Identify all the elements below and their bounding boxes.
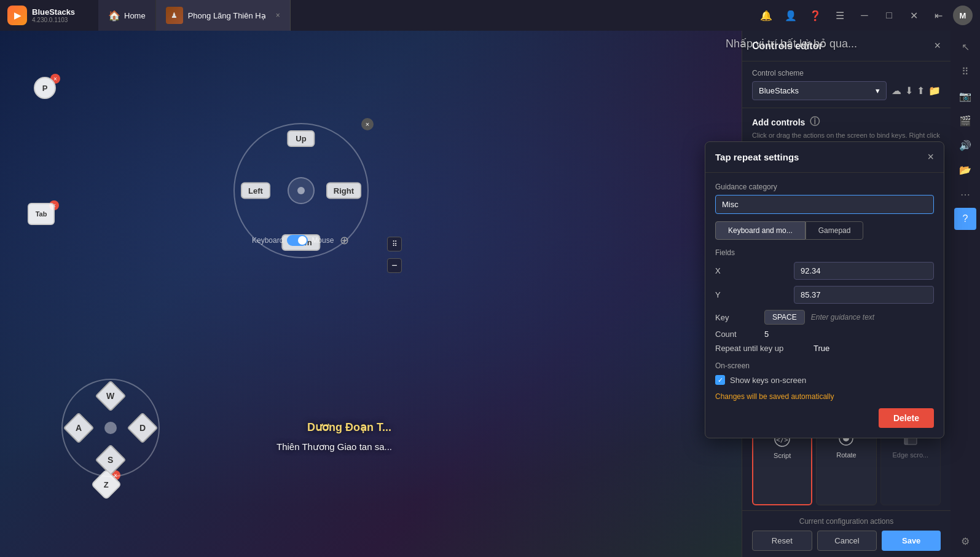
tap-repeat-panel: Tap repeat settings × Guidance category … bbox=[705, 141, 944, 438]
dpad-right[interactable]: Right bbox=[326, 183, 361, 199]
show-keys-checkbox[interactable]: ✓ bbox=[715, 375, 725, 385]
delete-button[interactable]: Delete bbox=[879, 408, 934, 428]
scheme-label: Control scheme bbox=[752, 69, 941, 77]
game-text2: Thiên Thương Giao tan sa... bbox=[276, 441, 392, 452]
sidebar-cursor-icon[interactable]: ↖ bbox=[954, 36, 976, 58]
sidebar-question-icon[interactable]: ? bbox=[954, 208, 976, 230]
tap-repeat-title: Tap repeat settings bbox=[715, 152, 799, 162]
count-label: Count bbox=[715, 330, 764, 339]
key-guidance-placeholder: Enter guidance text bbox=[811, 313, 874, 322]
app-version: 4.230.0.1103 bbox=[32, 17, 75, 23]
logo-info: BlueStacks 4.230.0.1103 bbox=[32, 7, 75, 23]
cancel-button[interactable]: Cancel bbox=[817, 531, 877, 551]
user-avatar[interactable]: M bbox=[953, 6, 973, 25]
current-config-label: Current configuration actions bbox=[752, 517, 941, 526]
fields-label: Fields bbox=[715, 248, 934, 257]
dpad-left[interactable]: Left bbox=[241, 183, 270, 199]
key-p[interactable]: P bbox=[34, 77, 56, 99]
tab-game-label: Phong Lãng Thiên Hạ bbox=[188, 11, 266, 20]
dpad-up[interactable]: Up bbox=[287, 130, 315, 147]
folder-icon[interactable]: 📁 bbox=[928, 85, 941, 97]
zoom-plus-icon[interactable]: ⊕ bbox=[340, 234, 349, 247]
tab-gamepad[interactable]: Gamepad bbox=[806, 221, 864, 240]
key-tab[interactable]: Tab bbox=[28, 203, 55, 225]
dpad-center bbox=[288, 177, 315, 204]
count-field-row: Count 5 bbox=[715, 330, 934, 339]
sidebar-volume-icon[interactable]: 🔊 bbox=[954, 134, 976, 156]
chevron-down-icon: ▾ bbox=[876, 86, 880, 95]
onscreen-section: On-screen ✓ Show keys on-screen bbox=[715, 361, 934, 385]
input-type-tabs: Keyboard and mo... Gamepad bbox=[715, 221, 934, 240]
scheme-row: BlueStacks ▾ ☁ ⬇ ⬆ 📁 bbox=[752, 81, 941, 100]
script-label: Script bbox=[774, 451, 791, 460]
grid-overlay: ⠿ bbox=[387, 237, 402, 251]
edge-scroll-label: Edge scro... bbox=[892, 451, 928, 459]
tap-repeat-body: Guidance category Keyboard and mo... Gam… bbox=[705, 173, 944, 438]
auto-save-text: Changes will be saved automatically bbox=[715, 392, 934, 401]
game-avatar: ♟ bbox=[166, 7, 183, 24]
app-logo: ▶ BlueStacks 4.230.0.1103 bbox=[0, 6, 98, 25]
count-value: 5 bbox=[764, 330, 769, 339]
controls-footer: Current configuration actions Reset Canc… bbox=[742, 510, 951, 557]
close-icon-topbar[interactable]: ✕ bbox=[904, 6, 923, 25]
sidebar-right: ↖ ⠿ 📷 🎬 🔊 📂 ⋯ ? ⚙ bbox=[951, 31, 980, 557]
key-field-label: Key bbox=[715, 313, 764, 322]
guidance-input[interactable] bbox=[715, 195, 934, 214]
sidebar-dots-icon[interactable]: ⋯ bbox=[954, 183, 976, 205]
help-circle-icon[interactable]: ⓘ bbox=[810, 116, 820, 128]
key-field-row: Key SPACE Enter guidance text bbox=[715, 310, 934, 325]
minimize-icon[interactable]: ─ bbox=[855, 6, 874, 25]
sidebar-film-icon[interactable]: 🎬 bbox=[954, 109, 976, 132]
account-icon[interactable]: 👤 bbox=[781, 6, 801, 25]
scheme-section: Control scheme BlueStacks ▾ ☁ ⬇ ⬆ 📁 bbox=[742, 61, 951, 108]
onscreen-label: On-screen bbox=[715, 361, 934, 370]
menu-icon[interactable]: ☰ bbox=[830, 6, 850, 25]
footer-buttons: Reset Cancel Save bbox=[752, 531, 941, 551]
maximize-icon[interactable]: □ bbox=[879, 6, 899, 25]
tab-keyboard-mouse[interactable]: Keyboard and mo... bbox=[715, 221, 806, 240]
keyboard-toggle[interactable] bbox=[287, 235, 308, 246]
sidebar-camera-icon[interactable]: 📷 bbox=[954, 85, 976, 107]
sidebar-grid-icon[interactable]: ⠿ bbox=[954, 60, 976, 82]
expand-left-icon[interactable]: ⇤ bbox=[928, 6, 948, 25]
sidebar-folder-icon[interactable]: 📂 bbox=[954, 159, 976, 181]
tab-home-label: Home bbox=[124, 11, 146, 20]
bluestacks-icon: ▶ bbox=[7, 6, 27, 25]
help-icon-topbar[interactable]: ❓ bbox=[806, 6, 825, 25]
reset-button[interactable]: Reset bbox=[752, 531, 812, 551]
game-text1: Dương Đoạn T... bbox=[307, 421, 391, 434]
top-bar: ▶ BlueStacks 4.230.0.1103 🏠 Home ♟ Phong… bbox=[0, 0, 980, 31]
topbar-right: 🔔 👤 ❓ ☰ ─ □ ✕ ⇤ M bbox=[756, 6, 980, 25]
show-keys-label: Show keys on-screen bbox=[730, 376, 806, 385]
sidebar-gear-icon[interactable]: ⚙ bbox=[954, 530, 976, 552]
dpad-close[interactable]: × bbox=[361, 118, 374, 130]
wasd-pad: W A S D bbox=[61, 379, 160, 477]
controls-editor-close[interactable]: × bbox=[934, 39, 941, 52]
x-input[interactable] bbox=[794, 262, 934, 280]
mouse-label: Mouse bbox=[312, 236, 334, 245]
tab-game-close[interactable]: × bbox=[276, 11, 280, 20]
tap-repeat-close-button[interactable]: × bbox=[927, 151, 934, 164]
dpad-dot bbox=[297, 187, 305, 194]
bell-icon[interactable]: 🔔 bbox=[756, 6, 776, 25]
cloud-icon[interactable]: ☁ bbox=[892, 85, 901, 97]
tab-home[interactable]: 🏠 Home bbox=[98, 0, 156, 31]
tab-game[interactable]: ♟ Phong Lãng Thiên Hạ × bbox=[156, 0, 291, 31]
repeat-label: Repeat until key up bbox=[715, 344, 813, 353]
tap-repeat-header: Tap repeat settings × bbox=[705, 142, 944, 173]
scheme-select[interactable]: BlueStacks ▾ bbox=[752, 81, 887, 100]
app-name: BlueStacks bbox=[32, 7, 75, 17]
rotate-label: Rotate bbox=[836, 451, 856, 459]
repeat-value: True bbox=[813, 344, 829, 353]
scroll-minus[interactable]: − bbox=[387, 258, 402, 273]
toggle-knob bbox=[298, 236, 307, 245]
y-label: Y bbox=[715, 290, 789, 299]
repeat-field-row: Repeat until key up True bbox=[715, 344, 934, 353]
kb-mouse-toggle: Keyboard Mouse ⊕ bbox=[252, 234, 349, 247]
download-icon[interactable]: ⬇ bbox=[905, 85, 913, 97]
y-input[interactable] bbox=[794, 286, 934, 304]
home-icon: 🏠 bbox=[108, 10, 120, 22]
upload-icon[interactable]: ⬆ bbox=[917, 85, 925, 97]
save-button[interactable]: Save bbox=[882, 531, 941, 551]
wasd-center bbox=[104, 422, 117, 434]
